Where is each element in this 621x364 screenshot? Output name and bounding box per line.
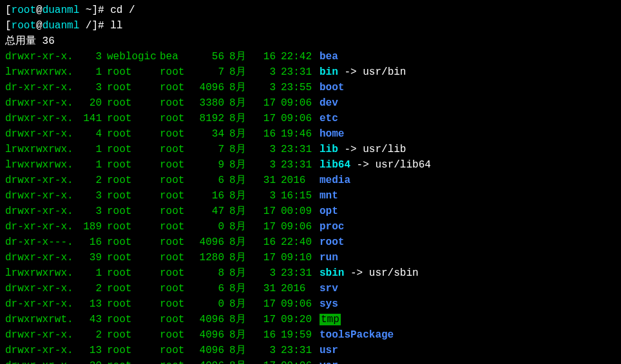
prompt-line-1: [root@duanml ~]# cd / bbox=[5, 3, 616, 18]
file-row: dr-xr-xr-x.189rootroot08月1709:06proc bbox=[5, 219, 616, 235]
file-time: 23:55 bbox=[276, 80, 314, 95]
file-time: 09:06 bbox=[276, 95, 314, 111]
file-links: 16 bbox=[76, 235, 102, 250]
file-row: drwxr-xr-x.4rootroot348月1619:46home bbox=[5, 126, 616, 142]
file-group: root bbox=[160, 173, 192, 188]
file-month: 8月 bbox=[224, 235, 250, 250]
file-time: 09:06 bbox=[276, 219, 314, 235]
file-name: proc bbox=[314, 219, 344, 235]
file-links: 3 bbox=[76, 204, 102, 219]
file-links: 2 bbox=[76, 173, 102, 188]
file-row: drwxr-xr-x.39rootroot12808月1709:10run bbox=[5, 250, 616, 265]
file-perm: drwxr-xr-x. bbox=[5, 173, 76, 188]
file-user: root bbox=[102, 95, 160, 111]
file-user: root bbox=[102, 64, 160, 80]
file-user: root bbox=[102, 219, 160, 235]
file-row: drwxr-xr-x.20rootroot40968月1709:06var bbox=[5, 358, 616, 364]
file-row: drwxr-xr-x.3rootroot478月1700:09opt bbox=[5, 204, 616, 219]
file-row: lrwxrwxrwx.1rootroot78月323:31bin -> usr/… bbox=[5, 64, 616, 80]
file-perm: lrwxrwxrwx. bbox=[5, 64, 76, 80]
file-group: root bbox=[160, 64, 192, 80]
file-name: run bbox=[314, 250, 338, 265]
file-user: root bbox=[102, 111, 160, 126]
file-day: 17 bbox=[250, 250, 276, 265]
file-group: root bbox=[160, 312, 192, 327]
file-size: 9 bbox=[192, 157, 224, 173]
file-month: 8月 bbox=[224, 312, 250, 327]
link-target: usr/lib64 bbox=[375, 159, 430, 171]
file-day: 17 bbox=[250, 312, 276, 327]
file-links: 1 bbox=[76, 157, 102, 173]
file-time: 19:59 bbox=[276, 327, 314, 343]
file-name: bea bbox=[314, 49, 338, 64]
file-group: root bbox=[160, 111, 192, 126]
file-user: root bbox=[102, 343, 160, 358]
file-name: lib64 -> usr/lib64 bbox=[314, 157, 431, 173]
file-name: boot bbox=[314, 80, 344, 95]
file-month: 8月 bbox=[224, 219, 250, 235]
file-group: root bbox=[160, 188, 192, 204]
file-day: 3 bbox=[250, 343, 276, 358]
file-perm: drwxr-xr-x. bbox=[5, 250, 76, 265]
file-size: 4096 bbox=[192, 80, 224, 95]
file-time: 23:31 bbox=[276, 142, 314, 157]
file-name: sbin -> usr/sbin bbox=[314, 265, 419, 281]
file-listing: drwxr-xr-x.3weblogicbea568月1622:42bealrw… bbox=[5, 49, 616, 364]
file-user: root bbox=[102, 312, 160, 327]
file-month: 8月 bbox=[224, 126, 250, 142]
file-day: 3 bbox=[250, 157, 276, 173]
file-row: drwxr-xr-x.13rootroot40968月323:31usr bbox=[5, 343, 616, 358]
file-size: 4096 bbox=[192, 343, 224, 358]
file-row: lrwxrwxrwx.1rootroot88月323:31sbin -> usr… bbox=[5, 265, 616, 281]
file-user: root bbox=[102, 358, 160, 364]
file-perm: lrwxrwxrwx. bbox=[5, 157, 76, 173]
file-month: 8月 bbox=[224, 327, 250, 343]
file-user: root bbox=[102, 281, 160, 296]
file-row: drwxr-xr-x.20rootroot33808月1709:06dev bbox=[5, 95, 616, 111]
file-links: 2 bbox=[76, 327, 102, 343]
file-month: 8月 bbox=[224, 343, 250, 358]
file-day: 17 bbox=[250, 358, 276, 364]
file-group: root bbox=[160, 265, 192, 281]
file-time: 19:46 bbox=[276, 126, 314, 142]
file-perm: drwxr-xr-x. bbox=[5, 188, 76, 204]
file-day: 3 bbox=[250, 64, 276, 80]
file-perm: dr-xr-xr-x. bbox=[5, 219, 76, 235]
file-row: drwxrwxrwt.43rootroot40968月1709:20tmp bbox=[5, 312, 616, 327]
file-group: root bbox=[160, 80, 192, 95]
file-name: bin -> usr/bin bbox=[314, 64, 406, 80]
file-row: dr-xr-xr-x.13rootroot08月1709:06sys bbox=[5, 296, 616, 312]
total-line: 总用量 36 bbox=[5, 34, 616, 49]
file-user: root bbox=[102, 157, 160, 173]
file-size: 16 bbox=[192, 188, 224, 204]
file-user: root bbox=[102, 235, 160, 250]
file-month: 8月 bbox=[224, 250, 250, 265]
file-month: 8月 bbox=[224, 296, 250, 312]
file-links: 3 bbox=[76, 188, 102, 204]
file-perm: drwxr-xr-x. bbox=[5, 111, 76, 126]
file-perm: drwxr-xr-x. bbox=[5, 126, 76, 142]
file-size: 0 bbox=[192, 296, 224, 312]
file-month: 8月 bbox=[224, 64, 250, 80]
file-time: 09:10 bbox=[276, 250, 314, 265]
file-user: root bbox=[102, 296, 160, 312]
file-month: 8月 bbox=[224, 358, 250, 364]
file-links: 2 bbox=[76, 281, 102, 296]
file-time: 09:20 bbox=[276, 312, 314, 327]
file-row: drwxr-xr-x.3weblogicbea568月1622:42bea bbox=[5, 49, 616, 64]
file-month: 8月 bbox=[224, 80, 250, 95]
file-row: drwxr-xr-x.2rootroot68月312016srv bbox=[5, 281, 616, 296]
file-user: weblogic bbox=[102, 49, 160, 64]
file-day: 31 bbox=[250, 173, 276, 188]
file-user: root bbox=[102, 188, 160, 204]
file-user: root bbox=[102, 173, 160, 188]
file-perm: drwxr-xr-x. bbox=[5, 358, 76, 364]
file-user: root bbox=[102, 327, 160, 343]
file-group: root bbox=[160, 327, 192, 343]
file-time: 22:42 bbox=[276, 49, 314, 64]
file-group: root bbox=[160, 157, 192, 173]
file-size: 47 bbox=[192, 204, 224, 219]
file-perm: drwxr-xr-x. bbox=[5, 95, 76, 111]
file-row: lrwxrwxrwx.1rootroot98月323:31lib64 -> us… bbox=[5, 157, 616, 173]
file-name: home bbox=[314, 126, 344, 142]
